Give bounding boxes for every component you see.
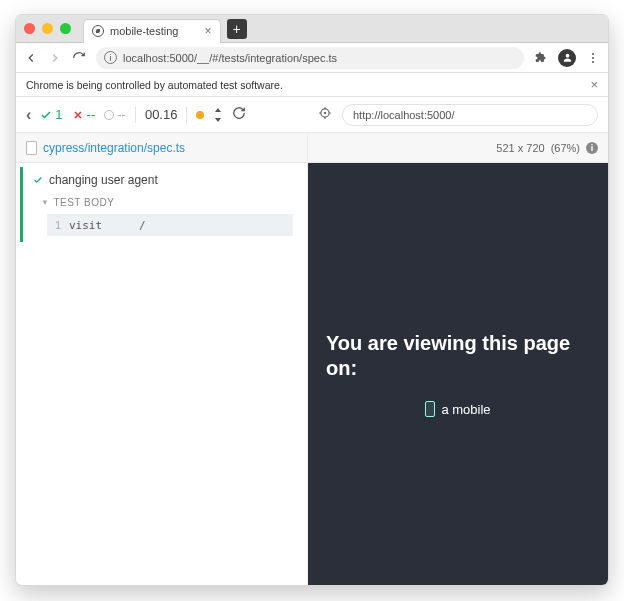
command-name: visit (69, 219, 139, 232)
new-tab-button[interactable]: + (227, 19, 247, 39)
phone-icon (425, 401, 435, 417)
spec-file-path: cypress/integration/spec.ts (43, 141, 185, 155)
page-content: You are viewing this page on: a mobile (326, 331, 590, 417)
maximize-window-button[interactable] (60, 23, 71, 34)
auto-scroll-toggle[interactable] (213, 108, 223, 122)
chevron-down-icon: ▼ (41, 198, 49, 207)
runner-header: ‹ 1 -- -- 00.16 ht (16, 97, 608, 133)
minimize-window-button[interactable] (42, 23, 53, 34)
site-info-icon[interactable]: i (104, 51, 117, 64)
profile-avatar-icon[interactable] (558, 49, 576, 67)
pending-count[interactable]: -- (104, 107, 126, 122)
url-text: localhost:5000/__/#/tests/integration/sp… (123, 52, 337, 64)
command-arg: / (139, 219, 146, 232)
selector-playground-button[interactable] (318, 106, 332, 124)
test-suite: changing user agent ▼ TEST BODY 1 visit … (20, 167, 303, 242)
aut-url-box[interactable]: http://localhost:5000/ (342, 104, 598, 126)
titlebar: mobile-testing × + (16, 15, 608, 43)
browser-tab[interactable]: mobile-testing × (83, 19, 221, 43)
reload-button[interactable] (72, 51, 86, 65)
circle-icon (104, 110, 114, 120)
status-dot-icon (196, 111, 204, 119)
failed-count[interactable]: -- (72, 107, 96, 122)
command-number: 1 (47, 219, 69, 231)
svg-point-2 (324, 112, 325, 113)
info-icon[interactable]: i (586, 142, 598, 154)
viewport-dimensions: 521 x 720 (496, 142, 544, 154)
file-icon (26, 141, 37, 155)
menu-icon[interactable] (586, 51, 600, 65)
browser-window: mobile-testing × + i localhost:5000/__/#… (15, 14, 609, 586)
back-button[interactable] (24, 51, 38, 65)
close-tab-icon[interactable]: × (204, 24, 211, 38)
duration: 00.16 (145, 107, 178, 122)
address-bar: i localhost:5000/__/#/tests/integration/… (16, 43, 608, 73)
device-indicator: a mobile (326, 401, 590, 417)
device-label: a mobile (441, 402, 490, 417)
tab-title: mobile-testing (110, 25, 178, 37)
divider (186, 107, 187, 123)
viewport-scale: (67%) (551, 142, 580, 154)
command-row[interactable]: 1 visit / (47, 214, 293, 236)
test-title[interactable]: changing user agent (33, 173, 293, 187)
test-body-label[interactable]: ▼ TEST BODY (33, 197, 293, 208)
check-icon (40, 109, 52, 121)
traffic-lights (24, 23, 71, 34)
forward-button[interactable] (48, 51, 62, 65)
runner-url-section: http://localhost:5000/ (308, 104, 608, 126)
svg-point-0 (565, 54, 569, 58)
spec-file-header[interactable]: cypress/integration/spec.ts (16, 133, 307, 163)
viewport-info-bar: 521 x 720 (67%) i (308, 133, 608, 163)
aut-pane: 521 x 720 (67%) i You are viewing this p… (308, 133, 608, 585)
close-window-button[interactable] (24, 23, 35, 34)
divider (135, 107, 136, 123)
application-under-test[interactable]: You are viewing this page on: a mobile (308, 163, 608, 585)
check-icon (33, 175, 43, 185)
extensions-icon[interactable] (534, 51, 548, 65)
runner-body: cypress/integration/spec.ts changing use… (16, 133, 608, 585)
collapse-button[interactable]: ‹ (26, 106, 31, 124)
x-icon (72, 109, 84, 121)
page-heading: You are viewing this page on: (326, 331, 590, 381)
runner-stats: ‹ 1 -- -- 00.16 (16, 106, 308, 124)
close-banner-icon[interactable]: × (590, 77, 598, 92)
command-log-pane: cypress/integration/spec.ts changing use… (16, 133, 308, 585)
automation-banner-text: Chrome is being controlled by automated … (26, 79, 283, 91)
rerun-button[interactable] (232, 106, 246, 123)
automation-banner: Chrome is being controlled by automated … (16, 73, 608, 97)
aut-url-text: http://localhost:5000/ (353, 109, 455, 121)
toolbar-right (534, 49, 600, 67)
passed-count[interactable]: 1 (40, 107, 62, 122)
cypress-favicon-icon (92, 25, 104, 37)
omnibox[interactable]: i localhost:5000/__/#/tests/integration/… (96, 47, 524, 69)
